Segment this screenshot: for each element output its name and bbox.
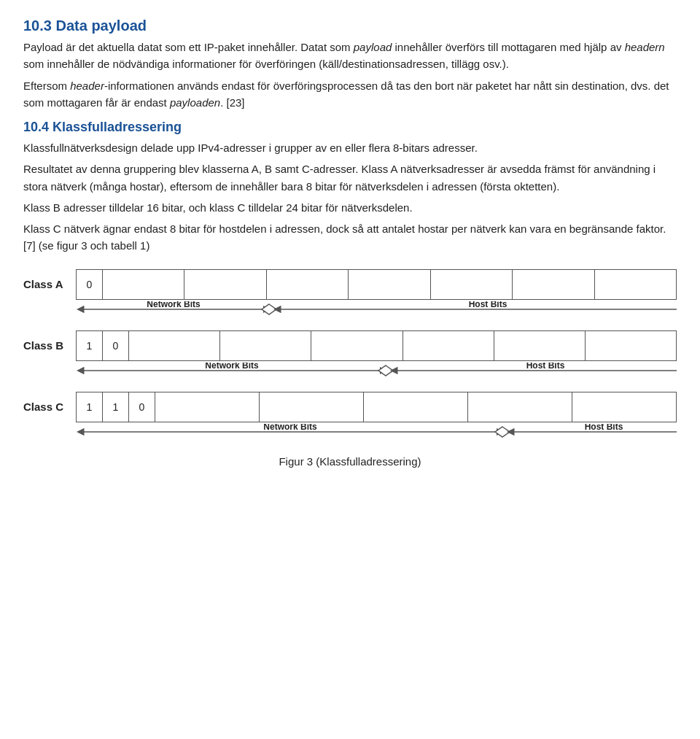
class-c-bits: 1 1 0 bbox=[76, 392, 677, 422]
svg-text:Network Bits: Network Bits bbox=[147, 301, 201, 309]
section4-body4: Klass C nätverk ägnar endast 8 bitar för… bbox=[23, 220, 677, 255]
section4-body3: Klass B adresser tilldelar 16 bitar, och… bbox=[23, 199, 677, 216]
svg-marker-24 bbox=[495, 427, 510, 437]
class-c-bit-2: 0 bbox=[129, 392, 155, 422]
class-c-arrows: Network Bits Host Bits bbox=[23, 424, 677, 440]
svg-text:Network Bits: Network Bits bbox=[263, 424, 317, 432]
class-b-bit-0: 1 bbox=[77, 331, 103, 360]
class-a-bit-6 bbox=[513, 270, 594, 299]
intro2-pre: Eftersom bbox=[23, 80, 70, 92]
class-c-bit-5 bbox=[364, 392, 468, 422]
class-a-bit-7 bbox=[595, 270, 676, 299]
class-b-bit-5 bbox=[403, 331, 494, 360]
intro1-cont: innehåller överförs till mottagaren med … bbox=[392, 41, 624, 53]
class-b-bit-4 bbox=[311, 331, 402, 360]
class-b-bits: 1 0 bbox=[76, 330, 677, 361]
svg-marker-15 bbox=[378, 365, 393, 376]
class-a-bit-5 bbox=[431, 270, 513, 299]
class-c-bit-1: 1 bbox=[103, 392, 129, 422]
section4-body1: Klassfullnätverksdesign delade upp IPv4-… bbox=[23, 139, 677, 156]
class-b-arrows: Network Bits Host Bits bbox=[23, 363, 677, 379]
svg-text:Network Bits: Network Bits bbox=[205, 363, 259, 371]
section4-title: 10.4 Klassfulladressering bbox=[23, 120, 677, 135]
svg-marker-6 bbox=[262, 304, 276, 314]
intro-paragraph-2: Eftersom header-informationen används en… bbox=[23, 77, 677, 112]
intro1-cont2: som innehåller de nödvändiga information… bbox=[23, 58, 509, 70]
intro1-em: payload bbox=[354, 41, 392, 53]
class-c-bit-4 bbox=[260, 392, 364, 422]
ip-class-diagram: Class A 0 bbox=[23, 269, 677, 440]
section-title: 10.3 Data payload bbox=[23, 18, 677, 34]
intro2-end: . [23] bbox=[220, 96, 244, 109]
class-b-label: Class B bbox=[23, 339, 76, 352]
section4-body2: Resultatet av denna gruppering blev klas… bbox=[23, 160, 677, 195]
class-c-bit-0: 1 bbox=[77, 392, 103, 422]
class-a-bit-1 bbox=[103, 270, 184, 299]
class-c-bit-3 bbox=[155, 392, 260, 422]
class-b-bit-2 bbox=[129, 331, 220, 360]
class-c-arrow-svg: Network Bits Host Bits bbox=[76, 424, 677, 440]
svg-text:Host Bits: Host Bits bbox=[526, 363, 565, 371]
class-b-bit-7 bbox=[586, 331, 676, 360]
class-c-label: Class C bbox=[23, 401, 76, 413]
class-a-bit-3 bbox=[267, 270, 349, 299]
class-a-row: Class A 0 bbox=[23, 269, 677, 300]
class-c-bit-6 bbox=[468, 392, 572, 422]
class-c-row: Class C 1 1 0 bbox=[23, 392, 677, 422]
class-a-bit-4 bbox=[349, 270, 430, 299]
class-a-label: Class A bbox=[23, 278, 76, 290]
class-b-bit-6 bbox=[494, 331, 586, 360]
svg-text:Host Bits: Host Bits bbox=[469, 301, 508, 309]
class-a-bit-2 bbox=[184, 270, 266, 299]
intro2-em2: payloaden bbox=[170, 96, 220, 109]
intro-paragraph-1: Payload är det aktuella datat som ett IP… bbox=[23, 39, 677, 73]
class-b-bit-3 bbox=[220, 331, 311, 360]
class-b-row: Class B 1 0 bbox=[23, 330, 677, 361]
class-b-bit-1: 0 bbox=[103, 331, 129, 360]
svg-text:Host Bits: Host Bits bbox=[585, 424, 623, 432]
class-a-bit-0: 0 bbox=[77, 270, 103, 299]
intro2-em: header bbox=[70, 80, 104, 92]
intro1-em2: headern bbox=[625, 41, 665, 53]
class-a-arrows: Network Bits Host Bits bbox=[23, 301, 677, 317]
class-b-arrow-svg: Network Bits Host Bits bbox=[76, 363, 677, 379]
class-c-bit-7 bbox=[572, 392, 676, 422]
figure-caption: Figur 3 (Klassfulladressering) bbox=[23, 453, 677, 470]
class-a-arrow-svg: Network Bits Host Bits bbox=[76, 301, 677, 317]
intro1-text: Payload är det aktuella datat som ett IP… bbox=[23, 41, 354, 53]
intro2-mid: -informationen används endast för överfö… bbox=[23, 80, 669, 109]
class-a-bits: 0 bbox=[76, 269, 677, 300]
